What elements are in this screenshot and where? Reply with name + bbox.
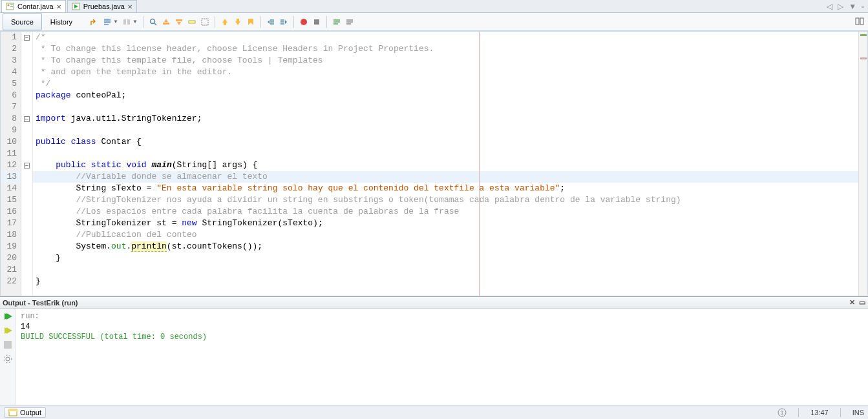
svg-rect-35: [314, 19, 319, 25]
svg-rect-43: [860, 18, 863, 25]
status-bar: Output 1 13:47 INS: [0, 405, 868, 419]
svg-rect-2: [10, 5, 13, 5]
stop-macro-icon[interactable]: [311, 16, 323, 28]
svg-rect-52: [9, 409, 17, 411]
svg-rect-8: [104, 24, 109, 25]
svg-point-50: [4, 355, 12, 363]
file-tab-label: Pruebas.java: [83, 3, 125, 10]
close-icon[interactable]: ✕: [56, 3, 61, 10]
file-tab-label: Contar.java: [17, 3, 54, 10]
maximize-icon[interactable]: ▫: [862, 3, 864, 10]
code-area[interactable]: /* * To change this license header, choo…: [33, 32, 867, 296]
svg-rect-3: [10, 6, 13, 7]
svg-rect-26: [270, 19, 274, 21]
dropdown-caret-icon[interactable]: ▼: [113, 19, 118, 25]
notifications-icon[interactable]: 1: [778, 408, 787, 417]
svg-rect-42: [856, 18, 859, 25]
svg-rect-22: [237, 19, 239, 21]
next-bookmark-icon[interactable]: [232, 16, 244, 28]
history-tab[interactable]: History: [42, 13, 81, 30]
svg-point-34: [301, 19, 307, 25]
file-tab-contar[interactable]: Contar.java ✕: [1, 0, 66, 12]
svg-marker-47: [6, 327, 12, 334]
start-macro-icon[interactable]: [298, 16, 310, 28]
close-icon[interactable]: ✕: [849, 298, 855, 307]
line-gutter: 12345678910111213141516171819202122: [1, 32, 21, 296]
svg-rect-48: [4, 341, 12, 349]
split-icon[interactable]: [854, 15, 865, 27]
shift-left-icon[interactable]: [265, 16, 277, 28]
output-line: run:: [21, 311, 863, 322]
svg-rect-32: [281, 23, 284, 25]
fold-toggle-icon[interactable]: −: [24, 116, 30, 122]
svg-rect-13: [163, 23, 169, 25]
svg-rect-10: [127, 19, 130, 25]
output-title: Output - TestErik (run): [3, 299, 78, 307]
scroll-left-icon[interactable]: ◁: [827, 2, 832, 11]
svg-rect-6: [104, 19, 111, 21]
tabs-arrows: ◁ ▷ ▼ ▫: [827, 0, 868, 12]
file-tab-pruebas[interactable]: Pruebas.java ✕: [67, 0, 137, 12]
svg-text:1: 1: [781, 409, 784, 416]
java-start-icon: [72, 2, 81, 11]
error-stripe[interactable]: [858, 32, 867, 296]
code-editor[interactable]: 12345678910111213141516171819202122 − − …: [0, 31, 868, 296]
svg-marker-33: [285, 20, 287, 24]
uncomment-icon[interactable]: [344, 16, 355, 28]
editor-toolbar: Source History ▼ ▼: [0, 13, 868, 31]
toggle-bookmark-icon[interactable]: [245, 16, 257, 28]
fold-gutter: − − −: [21, 32, 33, 296]
toggle-rect-icon[interactable]: [199, 16, 211, 28]
dropdown-icon[interactable]: ▼: [849, 2, 856, 11]
find-selection-icon[interactable]: [147, 16, 159, 28]
settings-icon[interactable]: [3, 354, 13, 364]
output-header: Output - TestErik (run) ✕ ▭: [0, 297, 868, 309]
toggle-highlight-icon[interactable]: [186, 16, 198, 28]
svg-point-49: [6, 357, 10, 361]
source-tab[interactable]: Source: [3, 13, 42, 30]
output-panel: Output - TestErik (run) ✕ ▭ run: 14 BUIL…: [0, 296, 868, 405]
svg-rect-30: [281, 19, 284, 21]
prev-bookmark-icon[interactable]: [219, 16, 231, 28]
close-icon[interactable]: ✕: [127, 3, 132, 10]
scroll-right-icon[interactable]: ▷: [838, 2, 843, 11]
output-tab-button[interactable]: Output: [4, 407, 46, 418]
last-edit-icon[interactable]: [89, 16, 100, 28]
shift-right-icon[interactable]: [278, 16, 290, 28]
fold-toggle-icon[interactable]: −: [24, 35, 30, 41]
svg-line-12: [154, 23, 156, 25]
svg-marker-20: [222, 19, 228, 23]
find-next-icon[interactable]: [173, 16, 185, 28]
svg-marker-16: [177, 22, 181, 25]
minimize-icon[interactable]: ▭: [859, 298, 865, 307]
svg-rect-28: [270, 23, 274, 25]
file-tabs-bar: Contar.java ✕ Pruebas.java ✕ ◁ ▷ ▼ ▫: [0, 0, 868, 13]
svg-rect-21: [224, 23, 226, 25]
fold-toggle-icon[interactable]: −: [24, 163, 30, 169]
rerun-icon[interactable]: [3, 311, 13, 322]
diff-icon[interactable]: [121, 16, 132, 28]
svg-rect-7: [104, 21, 111, 23]
insert-mode: INS: [852, 409, 864, 416]
show-selection-icon[interactable]: [101, 16, 113, 28]
svg-marker-14: [164, 19, 168, 22]
svg-rect-31: [281, 21, 284, 23]
svg-rect-15: [176, 19, 182, 21]
find-prev-icon[interactable]: [160, 16, 172, 28]
output-line: 14: [21, 322, 863, 332]
svg-marker-29: [268, 20, 270, 24]
svg-marker-45: [6, 313, 12, 320]
rerun-alt-icon[interactable]: [3, 325, 13, 336]
caret-position: 13:47: [810, 409, 829, 416]
output-line: BUILD SUCCESSFUL (total time: 0 seconds): [21, 332, 863, 342]
svg-rect-19: [202, 19, 208, 25]
svg-point-11: [150, 19, 154, 23]
svg-rect-17: [189, 21, 195, 23]
comment-icon[interactable]: [331, 16, 343, 28]
svg-rect-27: [270, 21, 274, 23]
dropdown-caret-icon[interactable]: ▼: [132, 19, 138, 25]
java-class-icon: [6, 2, 15, 11]
svg-marker-23: [235, 21, 240, 25]
output-console[interactable]: run: 14 BUILD SUCCESSFUL (total time: 0 …: [16, 309, 868, 405]
stop-icon[interactable]: [3, 340, 13, 350]
